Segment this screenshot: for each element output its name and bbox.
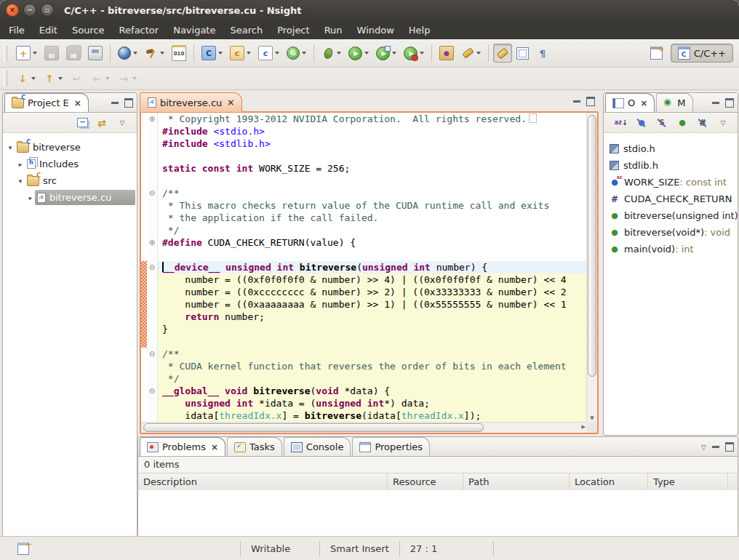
scroll-right-icon[interactable]: ▶ xyxy=(582,423,586,432)
code-line[interactable]: * the application if the call failed. xyxy=(141,212,587,224)
code-line[interactable]: ⊖__device__ unsigned int bitreverse(unsi… xyxy=(141,261,587,273)
dropdown-arrow-icon[interactable] xyxy=(364,52,369,57)
dropdown-arrow-icon[interactable] xyxy=(420,52,424,57)
new-button[interactable] xyxy=(13,43,40,63)
minimize-button[interactable]: − xyxy=(23,4,36,17)
titlebar[interactable]: ×−▫ C/C++ - bitreverse/src/bitreverse.cu… xyxy=(0,0,739,20)
dropdown-arrow-icon[interactable] xyxy=(132,77,137,82)
view-menu-icon[interactable] xyxy=(701,444,706,451)
tab-console[interactable]: Console xyxy=(284,437,351,456)
run-button[interactable] xyxy=(345,44,372,63)
code-line[interactable] xyxy=(141,335,587,348)
tab-project-explorer[interactable]: Project E xyxy=(4,93,89,112)
hide-inactive-code-button[interactable] xyxy=(693,113,712,132)
close-icon[interactable] xyxy=(74,99,81,108)
close-button[interactable]: × xyxy=(6,4,19,17)
code-line[interactable]: } xyxy=(141,323,587,335)
column-header-type[interactable]: Type xyxy=(648,473,728,491)
outline-item-bitreverse-void[interactable]: bitreverse(void*) : void xyxy=(604,224,738,241)
code-line[interactable]: ⊖__global__ void bitreverse(void *data) … xyxy=(141,385,587,397)
fold-expand-icon[interactable]: ⊕ xyxy=(147,113,158,125)
column-header-resource[interactable]: Resource xyxy=(388,473,463,491)
code-line[interactable]: static const int WORK_SIZE = 256; xyxy=(141,162,587,175)
code-line[interactable]: #include <stdio.h> xyxy=(141,125,587,137)
hide-fields-button[interactable] xyxy=(632,113,651,132)
menu-source[interactable]: Source xyxy=(65,22,112,39)
fold-collapse-icon[interactable]: ⊖ xyxy=(147,261,158,273)
menu-project[interactable]: Project xyxy=(270,22,316,39)
previous-annotation-button[interactable] xyxy=(40,69,65,88)
run-coverage-button[interactable] xyxy=(373,44,399,63)
fold-expand-icon[interactable]: ⊕ xyxy=(147,236,158,249)
link-with-editor-button[interactable] xyxy=(92,113,111,132)
vertical-scrollbar-thumb[interactable] xyxy=(588,115,596,377)
outline-item-bitreverse-unsigned-int[interactable]: bitreverse(unsigned int) xyxy=(604,207,738,224)
minimize-view-icon[interactable] xyxy=(712,102,719,104)
view-menu-button[interactable] xyxy=(714,113,732,132)
new-source-file-button[interactable] xyxy=(255,43,282,63)
menu-refactor[interactable]: Refactor xyxy=(112,22,167,39)
minimize-view-icon[interactable] xyxy=(712,446,719,448)
close-icon[interactable] xyxy=(211,443,218,452)
tab-tasks[interactable]: Tasks xyxy=(227,437,282,456)
outline-item-main-void[interactable]: main(void) : int xyxy=(604,241,738,257)
tree-item-includes[interactable]: ▸Includes xyxy=(3,156,137,172)
code-line[interactable] xyxy=(141,249,587,261)
code-line[interactable]: ⊖/** xyxy=(141,187,587,199)
problems-table-body[interactable] xyxy=(138,490,738,536)
maximize-button[interactable]: ▫ xyxy=(41,4,54,17)
hide-non-public-members-button[interactable] xyxy=(673,113,692,132)
code-line[interactable] xyxy=(141,150,587,162)
binary-file-button[interactable] xyxy=(169,42,189,64)
dropdown-arrow-icon[interactable] xyxy=(33,52,37,57)
column-header-description[interactable]: Description xyxy=(138,473,388,491)
column-header-location[interactable]: Location xyxy=(570,473,648,491)
dropdown-arrow-icon[interactable] xyxy=(275,52,279,57)
toolbar-drag-handle[interactable] xyxy=(4,71,7,87)
code-line[interactable]: number = ((0xaaaaaaaa & number) >> 1) | … xyxy=(141,298,587,311)
outline-item-stdlib-h[interactable]: stdlib.h xyxy=(604,157,738,174)
menu-search[interactable]: Search xyxy=(223,22,270,39)
new-c-project-button[interactable] xyxy=(199,43,225,63)
horizontal-scrollbar[interactable]: ▶ xyxy=(141,422,587,433)
maximize-view-icon[interactable] xyxy=(725,442,734,452)
profile-button[interactable] xyxy=(401,44,427,63)
debug-button[interactable] xyxy=(319,44,344,63)
code-line[interactable]: #include <stdlib.h> xyxy=(141,137,587,150)
expanded-arrow-icon[interactable]: ▾ xyxy=(6,144,15,151)
toggle-highlight-button[interactable] xyxy=(493,44,512,63)
collapsed-arrow-icon[interactable]: ▸ xyxy=(16,161,25,168)
fold-collapse-icon[interactable]: ⊖ xyxy=(147,385,158,397)
fold-collapse-icon[interactable]: ⊖ xyxy=(147,187,158,199)
menu-window[interactable]: Window xyxy=(350,22,402,39)
minimize-view-icon[interactable] xyxy=(111,102,119,104)
code-line[interactable]: return number; xyxy=(141,311,587,323)
show-whitespace-button[interactable] xyxy=(533,44,552,63)
dropdown-arrow-icon[interactable] xyxy=(58,77,63,82)
vertical-scrollbar[interactable]: ▼ xyxy=(586,113,597,423)
horizontal-scrollbar-thumb[interactable] xyxy=(143,423,484,432)
tab-make-target[interactable]: M xyxy=(656,93,692,112)
dropdown-arrow-icon[interactable] xyxy=(31,77,36,82)
build-button[interactable] xyxy=(142,44,167,63)
outline-item-stdio-h[interactable]: stdio.h xyxy=(604,140,738,157)
menu-help[interactable]: Help xyxy=(402,22,438,39)
code-line[interactable]: ⊖/** xyxy=(141,348,587,360)
build-configurations-button[interactable] xyxy=(115,44,140,63)
code-line[interactable]: */ xyxy=(141,224,587,236)
open-element-button[interactable] xyxy=(436,43,457,63)
outline-item-cuda-check-return[interactable]: CUDA_CHECK_RETURN xyxy=(604,191,738,207)
collapse-all-button[interactable] xyxy=(74,115,91,130)
hide-static-members-button[interactable] xyxy=(652,113,671,132)
dropdown-arrow-icon[interactable] xyxy=(105,77,110,82)
maximize-view-icon[interactable] xyxy=(725,98,734,108)
dropdown-arrow-icon[interactable] xyxy=(247,52,251,57)
dropdown-arrow-icon[interactable] xyxy=(337,52,341,57)
code-line[interactable]: ⊕ * Copyright 1993-2012 NVIDIA Corporati… xyxy=(141,113,587,125)
dropdown-arrow-icon[interactable] xyxy=(302,52,306,57)
dropdown-arrow-icon[interactable] xyxy=(133,52,137,57)
code-line[interactable]: unsigned int *idata = (unsigned int*) da… xyxy=(141,397,587,409)
dropdown-arrow-icon[interactable] xyxy=(476,52,481,57)
dropdown-arrow-icon[interactable] xyxy=(218,52,223,57)
dropdown-arrow-icon[interactable] xyxy=(160,52,164,57)
